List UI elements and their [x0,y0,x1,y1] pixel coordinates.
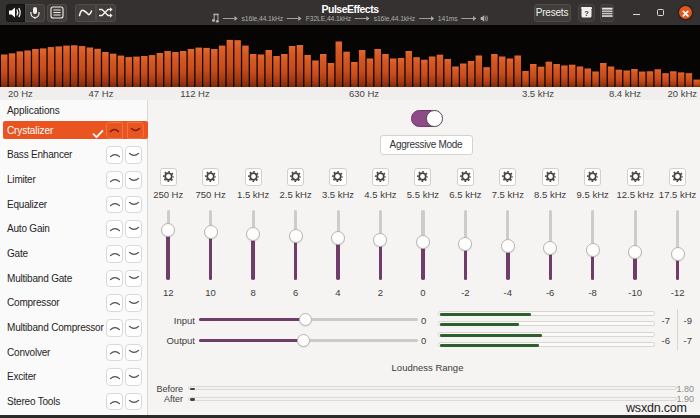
svg-text:?: ? [584,9,589,18]
